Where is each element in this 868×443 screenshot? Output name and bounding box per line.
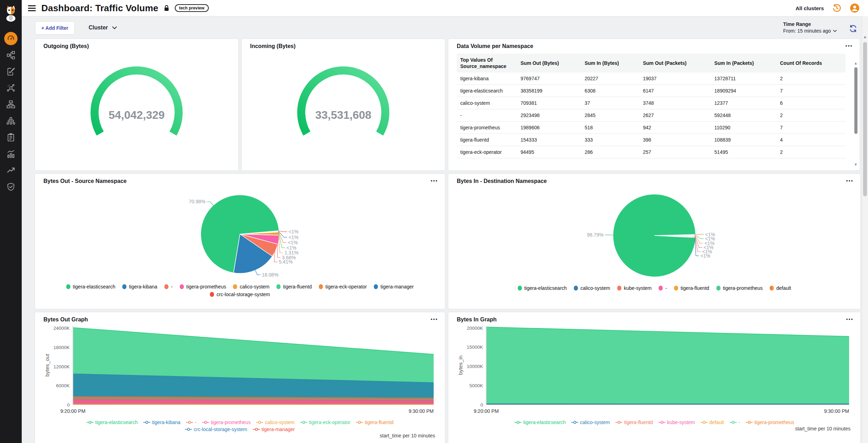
legend-item-calico-system[interactable]: calico-system bbox=[574, 285, 610, 291]
scrollbar-thumb[interactable] bbox=[854, 67, 857, 134]
legend-line-marker-icon bbox=[185, 428, 192, 431]
pie-percent-label: <1% bbox=[289, 229, 298, 234]
legend-item--[interactable]: - bbox=[659, 285, 667, 291]
nav-clusters[interactable] bbox=[0, 113, 22, 129]
calico-cat-logo[interactable] bbox=[3, 4, 19, 23]
legend-item-tigera-prometheus[interactable]: tigera-prometheus bbox=[746, 420, 794, 425]
x-axis-tick-start: 9:20:00 PM bbox=[474, 408, 499, 414]
panel-menu-button[interactable] bbox=[429, 179, 439, 183]
legend-item-tigera-eck-operator[interactable]: tigera-eck-operator bbox=[300, 420, 350, 425]
pie-legend: tigera-elasticsearchtigera-kibana-tigera… bbox=[53, 284, 427, 297]
table-scrollbar[interactable]: ▲ ▼ bbox=[853, 61, 858, 166]
legend-line-marker-icon bbox=[515, 421, 522, 424]
scroll-down-icon[interactable]: ▼ bbox=[854, 163, 858, 166]
main: Dashboard: Traffic Volume tech preview A… bbox=[22, 0, 868, 443]
refresh-button[interactable] bbox=[849, 21, 857, 33]
table-column-header[interactable]: Sum Out (Bytes) bbox=[517, 54, 581, 73]
legend-item-tigera-elasticsearch[interactable]: tigera-elasticsearch bbox=[518, 285, 567, 291]
legend-item-tigera-kibana[interactable]: tigera-kibana bbox=[143, 420, 180, 425]
legend-item-default[interactable]: default bbox=[701, 420, 724, 425]
time-range-value[interactable]: From: 15 minutes ago bbox=[783, 28, 837, 34]
nav-network[interactable] bbox=[0, 96, 22, 113]
y-axis-tick: 5000K bbox=[469, 383, 483, 388]
legend-item-tigera-kibana[interactable]: tigera-kibana bbox=[122, 284, 157, 289]
legend-item-tigera-elasticsearch[interactable]: tigera-elasticsearch bbox=[87, 420, 138, 425]
legend-item--[interactable]: - bbox=[164, 284, 173, 289]
legend-item--[interactable]: - bbox=[730, 420, 740, 425]
legend-item-default[interactable]: default bbox=[770, 285, 791, 291]
legend-dot-icon bbox=[180, 284, 184, 289]
table-row: tigera-elasticsearch38358199630861471890… bbox=[457, 85, 846, 97]
table-row: tigera-eck-operator94495286257514952 bbox=[457, 146, 846, 158]
page: Dashboard: Traffic Volume tech preview A… bbox=[0, 0, 868, 443]
legend-item-tigera-elasticsearch[interactable]: tigera-elasticsearch bbox=[66, 284, 115, 289]
legend-item-tigera-fluentd[interactable]: tigera-fluentd bbox=[356, 420, 393, 425]
table-column-header[interactable]: Count Of Records bbox=[777, 54, 846, 73]
nav-trends[interactable] bbox=[0, 162, 22, 178]
pie-percent-label: 5.41% bbox=[279, 259, 293, 265]
scrollbar-thumb[interactable] bbox=[863, 42, 867, 196]
gauge-value: 54,042,329 bbox=[109, 109, 165, 121]
nav-compliance[interactable] bbox=[0, 129, 22, 145]
table-column-header[interactable]: Sum In (Bytes) bbox=[581, 54, 640, 73]
y-axis-tick: 12000K bbox=[53, 364, 70, 369]
filter-bar: + Add Filter Cluster Time Range From: 15… bbox=[35, 21, 860, 35]
gauge-value: 33,531,608 bbox=[315, 109, 371, 121]
nav-policies[interactable] bbox=[0, 63, 22, 80]
legend-item-tigera-eck-operator[interactable]: tigera-eck-operator bbox=[319, 284, 367, 289]
table-column-header[interactable]: Sum In (Packets) bbox=[711, 54, 776, 73]
legend-item-tigera-fluentd[interactable]: tigera-fluentd bbox=[276, 284, 312, 289]
legend-item-calico-system[interactable]: calico-system bbox=[233, 284, 269, 289]
row-gauges-table: Outgoing (Bytes) 54,042,329 Incoming (By… bbox=[35, 39, 860, 170]
legend-item-calico-system[interactable]: calico-system bbox=[256, 420, 295, 425]
page-scrollbar[interactable]: ▲ bbox=[862, 16, 868, 443]
panel-menu-button[interactable] bbox=[429, 317, 439, 321]
legend-item-tigera-manager[interactable]: tigera-manager bbox=[374, 284, 414, 289]
panel-bytes-out-graph: Bytes Out Graph 06000K12000K18000K24000K… bbox=[35, 312, 445, 443]
hamburger-menu-icon[interactable] bbox=[28, 5, 36, 11]
nav-dashboards[interactable] bbox=[0, 30, 22, 47]
legend-item-kube-system[interactable]: kube-system bbox=[617, 285, 652, 291]
legend-line-marker-icon bbox=[356, 421, 363, 424]
panel-bytes-in-pie: Bytes In - Destination Namespace <1%<1%<… bbox=[448, 174, 860, 309]
nav-service-graph[interactable] bbox=[0, 80, 22, 96]
legend-item-tigera-prometheus[interactable]: tigera-prometheus bbox=[716, 285, 763, 291]
legend-item-tigera-prometheus[interactable]: tigera-prometheus bbox=[180, 284, 226, 289]
cluster-dropdown[interactable]: Cluster bbox=[89, 21, 117, 31]
nav-threat-defense[interactable] bbox=[0, 178, 22, 195]
panel-menu-button[interactable] bbox=[844, 44, 853, 48]
table-column-header[interactable]: Sum Out (Packets) bbox=[639, 54, 711, 73]
scroll-up-icon[interactable]: ▲ bbox=[854, 61, 858, 65]
y-axis-tick: 0 bbox=[67, 402, 70, 408]
legend-item-tigera-elasticsearch[interactable]: tigera-elasticsearch bbox=[515, 420, 566, 425]
legend-item-crc-local-storage-system[interactable]: crc-local-storage-system bbox=[210, 292, 270, 297]
x-axis-note: start_time per 10 minutes bbox=[457, 426, 850, 431]
history-button[interactable] bbox=[832, 4, 841, 13]
y-axis-tick: 24000K bbox=[53, 326, 70, 331]
table-column-header[interactable]: Top Values Of Source_namespace bbox=[457, 54, 517, 73]
area-series-tigera-elasticsearch[interactable] bbox=[73, 328, 434, 382]
y-axis-label: bytes_out bbox=[44, 354, 50, 377]
pie-percent-label: <1% bbox=[701, 253, 710, 259]
legend-line-marker-icon bbox=[87, 421, 94, 424]
all-clusters-label[interactable]: All clusters bbox=[795, 5, 824, 11]
legend-item-tigera-prometheus[interactable]: tigera-prometheus bbox=[202, 420, 251, 425]
scroll-up-icon[interactable]: ▲ bbox=[862, 34, 868, 39]
legend-item-crc-local-storage-system[interactable]: crc-local-storage-system bbox=[185, 427, 247, 432]
panel-menu-button[interactable] bbox=[845, 317, 854, 321]
legend-item-tigera-fluentd[interactable]: tigera-fluentd bbox=[615, 420, 653, 425]
user-menu-button[interactable] bbox=[850, 3, 860, 13]
add-filter-button[interactable]: + Add Filter bbox=[35, 21, 75, 35]
legend-item-kube-system[interactable]: kube-system bbox=[659, 420, 695, 425]
nav-flow-visualizations[interactable] bbox=[0, 47, 22, 63]
panel-menu-button[interactable] bbox=[845, 179, 854, 183]
legend-item-calico-system[interactable]: calico-system bbox=[571, 420, 610, 425]
legend-line-marker-icon bbox=[730, 421, 737, 424]
legend-item-tigera-fluentd[interactable]: tigera-fluentd bbox=[674, 285, 709, 291]
legend-item--[interactable]: - bbox=[186, 420, 197, 425]
dashboard-content: + Add Filter Cluster Time Range From: 15… bbox=[22, 16, 868, 443]
area-series-tigera-elasticsearch[interactable] bbox=[487, 327, 849, 404]
legend-item-tigera-manager[interactable]: tigera-manager bbox=[253, 427, 295, 432]
legend-line-marker-icon bbox=[659, 421, 666, 424]
nav-statistics[interactable] bbox=[0, 145, 22, 162]
